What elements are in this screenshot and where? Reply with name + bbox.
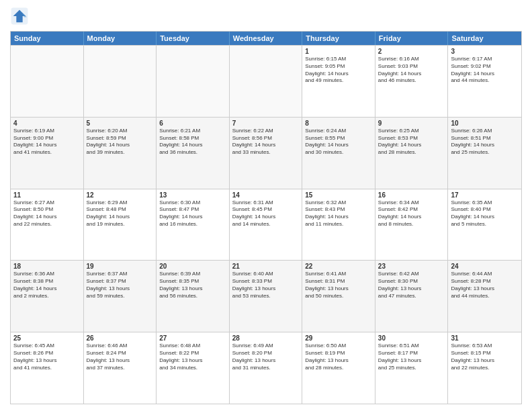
day-number-15: 15 xyxy=(305,191,372,199)
day-number-25: 25 xyxy=(13,334,81,342)
day-number-30: 30 xyxy=(378,334,445,342)
day-number-2: 2 xyxy=(378,48,445,55)
cal-cell-r2-c6: 17Sunrise: 6:35 AMSunset: 8:40 PMDayligh… xyxy=(448,189,521,261)
day-number-9: 9 xyxy=(378,120,445,127)
cal-cell-r2-c5: 16Sunrise: 6:34 AMSunset: 8:42 PMDayligh… xyxy=(375,189,449,261)
cal-cell-r4-c2: 27Sunrise: 6:48 AMSunset: 8:22 PMDayligh… xyxy=(157,332,230,404)
day-number-27: 27 xyxy=(159,334,226,342)
day-number-7: 7 xyxy=(232,120,300,127)
cal-cell-r1-c5: 9Sunrise: 6:25 AMSunset: 8:53 PMDaylight… xyxy=(375,118,449,189)
logo xyxy=(10,7,32,26)
cell-text-22: Sunrise: 6:41 AMSunset: 8:31 PMDaylight:… xyxy=(305,271,372,300)
calendar-row-4: 25Sunrise: 6:45 AMSunset: 8:26 PMDayligh… xyxy=(11,332,521,404)
cell-text-24: Sunrise: 6:44 AMSunset: 8:28 PMDaylight:… xyxy=(451,271,519,300)
cell-text-15: Sunrise: 6:32 AMSunset: 8:43 PMDaylight:… xyxy=(305,199,372,228)
day-number-11: 11 xyxy=(13,191,81,199)
day-number-5: 5 xyxy=(87,120,154,127)
cell-text-2: Sunrise: 6:16 AMSunset: 9:03 PMDaylight:… xyxy=(378,56,445,85)
logo-icon xyxy=(10,7,29,26)
day-number-3: 3 xyxy=(451,48,519,55)
cal-cell-r0-c0 xyxy=(11,46,84,117)
cell-text-25: Sunrise: 6:45 AMSunset: 8:26 PMDaylight:… xyxy=(13,342,81,371)
cal-cell-r2-c3: 14Sunrise: 6:31 AMSunset: 8:45 PMDayligh… xyxy=(230,189,303,261)
cal-cell-r0-c6: 3Sunrise: 6:17 AMSunset: 9:02 PMDaylight… xyxy=(448,46,521,117)
cal-cell-r4-c3: 28Sunrise: 6:49 AMSunset: 8:20 PMDayligh… xyxy=(230,332,303,404)
cell-text-21: Sunrise: 6:40 AMSunset: 8:33 PMDaylight:… xyxy=(232,271,300,300)
cell-text-10: Sunrise: 6:26 AMSunset: 8:51 PMDaylight:… xyxy=(451,128,519,156)
day-number-1: 1 xyxy=(305,48,372,55)
cal-cell-r0-c2 xyxy=(157,46,230,117)
cal-cell-r4-c6: 31Sunrise: 6:53 AMSunset: 8:15 PMDayligh… xyxy=(448,332,521,404)
cal-cell-r2-c4: 15Sunrise: 6:32 AMSunset: 8:43 PMDayligh… xyxy=(302,189,375,261)
cell-text-27: Sunrise: 6:48 AMSunset: 8:22 PMDaylight:… xyxy=(159,342,226,371)
day-number-28: 28 xyxy=(232,334,300,342)
cell-text-9: Sunrise: 6:25 AMSunset: 8:53 PMDaylight:… xyxy=(378,128,445,156)
calendar-row-3: 18Sunrise: 6:36 AMSunset: 8:38 PMDayligh… xyxy=(11,260,521,332)
day-number-21: 21 xyxy=(232,263,300,270)
weekday-monday: Monday xyxy=(84,32,157,45)
header xyxy=(10,7,522,26)
cell-text-7: Sunrise: 6:22 AMSunset: 8:56 PMDaylight:… xyxy=(232,128,300,156)
calendar-row-1: 4Sunrise: 6:19 AMSunset: 9:00 PMDaylight… xyxy=(11,117,521,189)
day-number-14: 14 xyxy=(232,191,300,199)
day-number-20: 20 xyxy=(159,263,226,270)
cell-text-3: Sunrise: 6:17 AMSunset: 9:02 PMDaylight:… xyxy=(451,56,519,85)
cal-cell-r0-c5: 2Sunrise: 6:16 AMSunset: 9:03 PMDaylight… xyxy=(375,46,449,117)
day-number-26: 26 xyxy=(87,334,154,342)
cell-text-29: Sunrise: 6:50 AMSunset: 8:19 PMDaylight:… xyxy=(305,342,372,371)
cal-cell-r3-c1: 19Sunrise: 6:37 AMSunset: 8:37 PMDayligh… xyxy=(84,261,157,332)
day-number-6: 6 xyxy=(159,120,226,127)
day-number-10: 10 xyxy=(451,120,519,127)
weekday-thursday: Thursday xyxy=(302,32,375,45)
day-number-29: 29 xyxy=(305,334,372,342)
cell-text-30: Sunrise: 6:51 AMSunset: 8:17 PMDaylight:… xyxy=(378,342,445,371)
day-number-12: 12 xyxy=(87,191,154,199)
cal-cell-r3-c5: 23Sunrise: 6:42 AMSunset: 8:30 PMDayligh… xyxy=(375,261,449,332)
weekday-saturday: Saturday xyxy=(448,32,521,45)
calendar-body: 1Sunrise: 6:15 AMSunset: 9:05 PMDaylight… xyxy=(11,45,521,404)
cal-cell-r1-c1: 5Sunrise: 6:20 AMSunset: 8:59 PMDaylight… xyxy=(84,118,157,189)
cell-text-17: Sunrise: 6:35 AMSunset: 8:40 PMDaylight:… xyxy=(451,199,519,228)
cal-cell-r2-c1: 12Sunrise: 6:29 AMSunset: 8:48 PMDayligh… xyxy=(84,189,157,261)
cal-cell-r3-c2: 20Sunrise: 6:39 AMSunset: 8:35 PMDayligh… xyxy=(157,261,230,332)
cal-cell-r1-c6: 10Sunrise: 6:26 AMSunset: 8:51 PMDayligh… xyxy=(448,118,521,189)
cal-cell-r4-c0: 25Sunrise: 6:45 AMSunset: 8:26 PMDayligh… xyxy=(11,332,84,404)
weekday-sunday: Sunday xyxy=(11,32,84,45)
cal-cell-r1-c4: 8Sunrise: 6:24 AMSunset: 8:55 PMDaylight… xyxy=(302,118,375,189)
cal-cell-r0-c3 xyxy=(230,46,303,117)
cal-cell-r4-c4: 29Sunrise: 6:50 AMSunset: 8:19 PMDayligh… xyxy=(302,332,375,404)
page: Sunday Monday Tuesday Wednesday Thursday… xyxy=(0,0,532,411)
calendar-row-0: 1Sunrise: 6:15 AMSunset: 9:05 PMDaylight… xyxy=(11,45,521,117)
cal-cell-r0-c4: 1Sunrise: 6:15 AMSunset: 9:05 PMDaylight… xyxy=(302,46,375,117)
weekday-friday: Friday xyxy=(375,32,449,45)
day-number-17: 17 xyxy=(451,191,519,199)
cell-text-12: Sunrise: 6:29 AMSunset: 8:48 PMDaylight:… xyxy=(87,199,154,228)
cal-cell-r1-c2: 6Sunrise: 6:21 AMSunset: 8:58 PMDaylight… xyxy=(157,118,230,189)
cal-cell-r0-c1 xyxy=(84,46,157,117)
weekday-wednesday: Wednesday xyxy=(230,32,303,45)
cell-text-1: Sunrise: 6:15 AMSunset: 9:05 PMDaylight:… xyxy=(305,56,372,85)
cal-cell-r1-c3: 7Sunrise: 6:22 AMSunset: 8:56 PMDaylight… xyxy=(230,118,303,189)
cal-cell-r2-c0: 11Sunrise: 6:27 AMSunset: 8:50 PMDayligh… xyxy=(11,189,84,261)
cell-text-5: Sunrise: 6:20 AMSunset: 8:59 PMDaylight:… xyxy=(87,128,154,156)
cal-cell-r4-c1: 26Sunrise: 6:46 AMSunset: 8:24 PMDayligh… xyxy=(84,332,157,404)
cell-text-28: Sunrise: 6:49 AMSunset: 8:20 PMDaylight:… xyxy=(232,342,300,371)
cell-text-19: Sunrise: 6:37 AMSunset: 8:37 PMDaylight:… xyxy=(87,271,154,300)
day-number-24: 24 xyxy=(451,263,519,270)
cell-text-11: Sunrise: 6:27 AMSunset: 8:50 PMDaylight:… xyxy=(13,199,81,228)
cal-cell-r4-c5: 30Sunrise: 6:51 AMSunset: 8:17 PMDayligh… xyxy=(375,332,449,404)
cal-cell-r3-c6: 24Sunrise: 6:44 AMSunset: 8:28 PMDayligh… xyxy=(448,261,521,332)
cell-text-18: Sunrise: 6:36 AMSunset: 8:38 PMDaylight:… xyxy=(13,271,81,300)
cal-cell-r3-c0: 18Sunrise: 6:36 AMSunset: 8:38 PMDayligh… xyxy=(11,261,84,332)
day-number-16: 16 xyxy=(378,191,445,199)
calendar: Sunday Monday Tuesday Wednesday Thursday… xyxy=(10,31,522,404)
weekday-tuesday: Tuesday xyxy=(157,32,230,45)
cell-text-13: Sunrise: 6:30 AMSunset: 8:47 PMDaylight:… xyxy=(159,199,226,228)
cal-cell-r2-c2: 13Sunrise: 6:30 AMSunset: 8:47 PMDayligh… xyxy=(157,189,230,261)
day-number-23: 23 xyxy=(378,263,445,270)
cell-text-6: Sunrise: 6:21 AMSunset: 8:58 PMDaylight:… xyxy=(159,128,226,156)
day-number-18: 18 xyxy=(13,263,81,270)
day-number-19: 19 xyxy=(87,263,154,270)
cal-cell-r1-c0: 4Sunrise: 6:19 AMSunset: 9:00 PMDaylight… xyxy=(11,118,84,189)
day-number-8: 8 xyxy=(305,120,372,127)
